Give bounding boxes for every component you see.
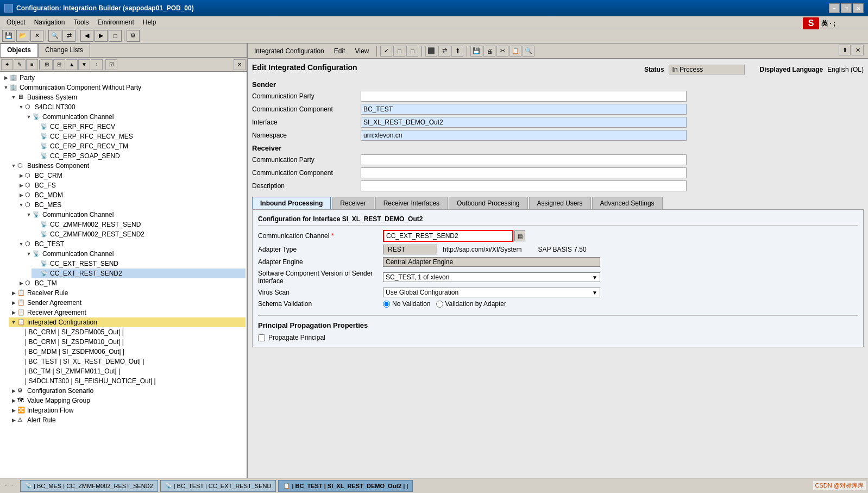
- tab-change-lists[interactable]: Change Lists: [38, 43, 90, 57]
- toolbar-btn-1[interactable]: 💾: [2, 30, 15, 42]
- expander-vm[interactable]: ▶: [10, 397, 17, 404]
- interface-input[interactable]: [361, 117, 687, 128]
- right-menu-edit[interactable]: Edit: [330, 46, 350, 56]
- comm-component-input[interactable]: [361, 104, 687, 115]
- tree-item-bc-tm[interactable]: ▶ ⬡ BC_TM: [16, 278, 246, 288]
- expander-bc-fs[interactable]: ▶: [17, 182, 25, 189]
- toolbar-btn-8[interactable]: □: [109, 30, 122, 42]
- tree-item-cc-erp-soap-send[interactable]: 📡 CC_ERP_SOAP_SEND: [32, 151, 246, 161]
- right-tb-btn-4[interactable]: ⬛: [425, 46, 437, 57]
- right-tb-btn-7[interactable]: 💾: [470, 46, 482, 57]
- tree-item-business-system[interactable]: ▼ 🖥 Business System: [9, 92, 246, 102]
- expander-cc3[interactable]: ▼: [25, 250, 33, 258]
- left-tb-btn-expand[interactable]: ⊞: [41, 59, 53, 70]
- left-tb-btn-sort[interactable]: ↕: [91, 59, 103, 70]
- left-tb-btn-collapse[interactable]: ⊟: [53, 59, 65, 70]
- expander-cc1[interactable]: ▼: [25, 113, 33, 121]
- expander-bc-tm[interactable]: ▶: [17, 279, 25, 287]
- tree-item-receiver-agreement[interactable]: ▶ 📋 Receiver Agreement: [9, 308, 246, 317]
- right-menu-view[interactable]: View: [350, 46, 373, 56]
- tree-item-bc-mes[interactable]: ▼ ⬡ BC_MES: [16, 200, 246, 210]
- tree-item-ic-bcrm-1[interactable]: | BC_CRM | SI_ZSDFM005_Out| |: [16, 327, 246, 337]
- expander-bc-mes[interactable]: ▼: [17, 201, 25, 209]
- right-tb-btn-11[interactable]: 🔍: [523, 46, 534, 57]
- expander-bc-test[interactable]: ▼: [17, 240, 25, 248]
- right-tb-btn-10[interactable]: 📋: [510, 46, 521, 57]
- minimize-button[interactable]: −: [829, 3, 840, 13]
- expander-ar[interactable]: ▶: [10, 416, 17, 424]
- tree-item-config-scenario[interactable]: ▶ ⚙ Configuration Scenario: [9, 386, 246, 396]
- right-corner-btn-2[interactable]: ✕: [852, 45, 864, 55]
- left-tb-btn-new[interactable]: ✦: [1, 59, 13, 70]
- expander-sa[interactable]: ▶: [10, 299, 17, 307]
- toolbar-btn-5[interactable]: ⇄: [62, 30, 76, 42]
- tree-item-bc-fs[interactable]: ▶ ⬡ BC_FS: [16, 180, 246, 190]
- tree-item-integration-flow[interactable]: ▶ 🔀 Integration Flow: [9, 405, 246, 415]
- tree-item-bc-test[interactable]: ▼ ⬡ BC_TEST: [16, 239, 246, 249]
- expander-if[interactable]: ▶: [10, 407, 17, 414]
- comm-party-input[interactable]: [361, 91, 687, 102]
- expander-ic[interactable]: ▼: [10, 319, 17, 326]
- tree-item-cc-ext-rest-send[interactable]: 📡 CC_EXT_REST_SEND: [32, 259, 246, 269]
- right-tb-btn-8[interactable]: 🖨: [483, 46, 495, 57]
- description-input[interactable]: [361, 180, 687, 191]
- tree-item-ic-s4d[interactable]: | S4DCLNT300 | SI_FEISHU_NOTICE_Out| |: [16, 376, 246, 386]
- menu-help[interactable]: Help: [139, 17, 161, 27]
- maximize-button[interactable]: □: [841, 3, 852, 13]
- tree-item-cc-folder-1[interactable]: ▼ 📡 Communication Channel: [24, 112, 246, 122]
- expander-party[interactable]: ▶: [2, 74, 10, 82]
- tree-item-cc-folder-2[interactable]: ▼ 📡 Communication Channel: [24, 210, 246, 220]
- tree-item-ic-bcrm-2[interactable]: | BC_CRM | SI_ZSDFM010_Out| |: [16, 337, 246, 347]
- right-tb-btn-1[interactable]: ✓: [380, 46, 392, 57]
- left-tb-btn-down[interactable]: ▼: [78, 59, 90, 70]
- toolbar-btn-6[interactable]: ◀: [80, 30, 93, 42]
- tree-item-sender-agreement[interactable]: ▶ 📋 Sender Agreement: [9, 298, 246, 308]
- tree-item-comm-without-party[interactable]: ▼ 🏢 Communication Component Without Part…: [1, 83, 246, 92]
- tree-item-value-mapping[interactable]: ▶ 🗺 Value Mapping Group: [9, 396, 246, 405]
- tree-item-ic-bctm[interactable]: | BC_TM | SI_ZMMFM011_Out| |: [16, 366, 246, 376]
- expander-bc-mdm[interactable]: ▶: [17, 191, 25, 199]
- propagate-checkbox[interactable]: [258, 334, 265, 341]
- tree-item-zmmfm002-send2[interactable]: 📡 CC_ZMMFM002_REST_SEND2: [32, 229, 246, 239]
- tree-item-ic-bcmdm[interactable]: | BC_MDM | SI_ZSDFM006_Out| |: [16, 347, 246, 357]
- expander-bc[interactable]: ▼: [10, 162, 17, 170]
- left-tb-btn-filter[interactable]: ≡: [26, 59, 38, 70]
- toolbar-btn-9[interactable]: ⚙: [127, 30, 140, 42]
- radio-validation-by-adapter[interactable]: Validation by Adapter: [436, 300, 507, 308]
- right-tb-btn-3[interactable]: □: [406, 46, 418, 57]
- tree-item-cc-erp-rfc-recv-mes[interactable]: 📡 CC_ERP_RFC_RECV_MES: [32, 132, 246, 141]
- tree-item-integrated-config[interactable]: ▼ 📋 Integrated Configuration: [9, 317, 246, 327]
- tree-item-zmmfm002-send[interactable]: 📡 CC_ZMMFM002_REST_SEND: [32, 220, 246, 229]
- tree-item-cc-ext-rest-send2[interactable]: 📡 CC_EXT_REST_SEND2: [32, 269, 246, 278]
- left-tb-btn-up[interactable]: ▲: [66, 59, 78, 70]
- sw-component-select[interactable]: SC_TEST, 1 of xlevon ▼: [383, 272, 600, 282]
- tab-assigned-users[interactable]: Assigned Users: [529, 197, 591, 209]
- tree-item-bc-crm[interactable]: ▶ ⬡ BC_CRM: [16, 171, 246, 180]
- expander-bc-crm[interactable]: ▶: [17, 172, 25, 179]
- tree-item-bc-mdm[interactable]: ▶ ⬡ BC_MDM: [16, 190, 246, 200]
- tree-item-receiver-rule[interactable]: ▶ 📋 Receiver Rule: [9, 288, 246, 298]
- status-tab-2[interactable]: 📡 | BC_TEST | CC_EXT_REST_SEND: [160, 480, 276, 492]
- tab-objects[interactable]: Objects: [0, 43, 38, 57]
- tree-item-cc-erp-rfc-recv-tm[interactable]: 📡 CC_ERP_RFC_RECV_TM: [32, 141, 246, 151]
- expander-cc2[interactable]: ▼: [25, 211, 33, 219]
- tree-item-alert-rule[interactable]: ▶ ⚠ Alert Rule: [9, 415, 246, 425]
- tab-inbound-processing[interactable]: Inbound Processing: [252, 197, 331, 209]
- right-tb-btn-6[interactable]: ⬆: [451, 46, 463, 57]
- right-tb-btn-2[interactable]: □: [393, 46, 405, 57]
- menu-navigation[interactable]: Navigation: [30, 17, 70, 27]
- status-tab-1[interactable]: 📡 | BC_MES | CC_ZMMFM002_REST_SEND2: [20, 480, 158, 492]
- right-menu-integrated-config[interactable]: Integrated Configuration: [250, 46, 329, 56]
- menu-object[interactable]: Object: [2, 17, 30, 27]
- comm-channel-input[interactable]: [383, 230, 513, 242]
- menu-tools[interactable]: Tools: [69, 17, 93, 27]
- toolbar-btn-2[interactable]: 📂: [16, 30, 29, 42]
- tab-receiver[interactable]: Receiver: [332, 197, 374, 209]
- expander-cwp[interactable]: ▼: [2, 84, 10, 91]
- menu-environment[interactable]: Environment: [93, 17, 138, 27]
- comm-channel-browse-btn[interactable]: ▤: [514, 230, 525, 241]
- tree-item-party[interactable]: ▶ 🏢 Party: [1, 73, 246, 83]
- tree-item-ic-bctest[interactable]: | BC_TEST | SI_XL_REST_DEMO_Out| |: [16, 357, 246, 366]
- status-tab-3[interactable]: 📋 | BC_TEST | SI_XL_REST_DEMO_Out2 | |: [278, 480, 413, 492]
- radio-no-val-input[interactable]: [383, 301, 390, 308]
